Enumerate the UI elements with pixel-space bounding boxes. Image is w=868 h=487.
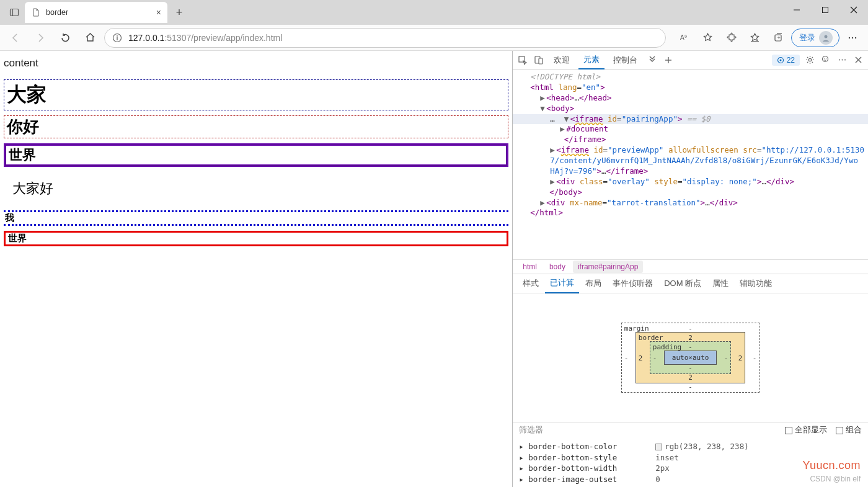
devtools-tab-elements[interactable]: 元素 <box>578 51 604 69</box>
show-all-checkbox[interactable]: 全部显示 <box>785 425 827 436</box>
svg-point-30 <box>841 60 843 61</box>
watermark-author: CSDN @bin elf <box>810 475 861 483</box>
new-tab-button[interactable]: + <box>170 3 188 22</box>
tab-title: border <box>46 8 151 17</box>
svg-rect-3 <box>823 7 828 13</box>
svg-point-16 <box>852 37 853 38</box>
avatar-icon <box>819 31 833 45</box>
page-viewport: content 大家 你好 世界 大家好 我 世界 <box>0 51 512 487</box>
close-icon[interactable]: × <box>156 7 161 17</box>
svg-point-28 <box>825 58 826 58</box>
ptab-a11y[interactable]: 辅助功能 <box>735 274 777 293</box>
demo-box-dashed-red: 你好 <box>4 115 508 138</box>
svg-point-27 <box>823 58 824 58</box>
svg-point-31 <box>844 60 846 61</box>
svg-rect-0 <box>11 9 19 16</box>
feedback-icon[interactable] <box>820 54 832 66</box>
svg-point-29 <box>839 60 840 61</box>
url-text: 127.0.0.1:51307/preview/app/index.html <box>128 33 282 43</box>
settings-icon[interactable] <box>804 54 816 66</box>
svg-point-15 <box>849 37 850 38</box>
file-icon <box>31 7 41 17</box>
demo-box-dashed-blue: 大家 <box>4 79 508 110</box>
demo-box-none: 大家好 <box>4 172 508 205</box>
favorite-icon[interactable] <box>697 27 718 48</box>
svg-point-25 <box>808 58 811 61</box>
group-checkbox[interactable]: 组合 <box>836 425 862 436</box>
svg-point-26 <box>822 56 828 62</box>
device-icon[interactable] <box>533 54 545 66</box>
demo-box-solid-red: 世界 <box>4 231 508 246</box>
filter-input[interactable]: 筛选器 <box>519 425 776 436</box>
reload-button[interactable] <box>55 27 76 48</box>
crumb-html[interactable]: html <box>518 261 542 273</box>
tab-actions-icon[interactable] <box>4 2 25 23</box>
demo-box-solid-purple: 世界 <box>4 143 508 167</box>
inspect-icon[interactable] <box>516 54 529 66</box>
window-close[interactable] <box>839 0 868 20</box>
back-button[interactable] <box>5 27 26 48</box>
browser-toolbar: 127.0.0.1:51307/preview/app/index.html A… <box>0 25 868 51</box>
demo-box-dotted-blue: 我 <box>4 210 508 226</box>
dom-selected-node[interactable]: … ▼<iframe id="pairingApp"> == $0 <box>513 114 868 125</box>
ptab-event[interactable]: 事件侦听器 <box>608 274 658 293</box>
read-aloud-icon[interactable]: A⁹ <box>673 27 694 48</box>
devtools-close-icon[interactable] <box>852 54 864 66</box>
svg-text:+: + <box>777 35 780 41</box>
profile-button[interactable]: 登录 <box>791 29 839 47</box>
browser-titlebar: border × + <box>0 0 868 25</box>
devtools-panel: 欢迎 元素 控制台 22 <!DOCTYPE html> <html lang=… <box>512 51 868 487</box>
crumb-body[interactable]: body <box>544 261 570 273</box>
window-minimize[interactable] <box>782 0 811 20</box>
add-tab-icon[interactable] <box>662 54 675 66</box>
watermark-site: Yuucn.com <box>802 459 861 472</box>
ptab-props[interactable]: 属性 <box>707 274 733 293</box>
svg-point-24 <box>779 59 781 61</box>
forward-button[interactable] <box>30 27 51 48</box>
box-model-content: auto×auto <box>664 351 717 365</box>
window-maximize[interactable] <box>811 0 839 20</box>
devtools-tab-console[interactable]: 控制台 <box>608 51 642 69</box>
computed-prop-row[interactable]: ▸ border-bottom-colorrgb(238, 238, 238) <box>519 441 862 452</box>
svg-point-14 <box>825 35 828 38</box>
collections-icon[interactable]: + <box>768 27 789 48</box>
devtools-tab-welcome[interactable]: 欢迎 <box>549 51 575 69</box>
styles-panel-tabs: 样式 已计算 布局 事件侦听器 DOM 断点 属性 辅助功能 <box>513 274 868 294</box>
ptab-dombp[interactable]: DOM 断点 <box>659 274 706 293</box>
home-button[interactable] <box>79 27 100 48</box>
box-model: margin - - - - border 2 2 2 2 padding - <box>513 294 868 422</box>
favorites-bar-icon[interactable] <box>744 27 765 48</box>
site-info-icon[interactable] <box>112 33 122 43</box>
browser-tab[interactable]: border × <box>25 2 167 23</box>
dom-tree[interactable]: <!DOCTYPE html> <html lang="en"> ▶<head>… <box>513 69 868 259</box>
dom-breadcrumbs[interactable]: html body iframe#pairingApp <box>513 259 868 274</box>
ptab-styles[interactable]: 样式 <box>518 274 544 293</box>
devtools-toolbar: 欢迎 元素 控制台 22 <box>513 51 868 69</box>
computed-filter-row: 筛选器 全部显示 组合 <box>513 422 868 439</box>
content-label: content <box>2 56 510 74</box>
crumb-iframe[interactable]: iframe#pairingApp <box>573 261 643 273</box>
more-tabs-icon[interactable] <box>646 54 658 66</box>
ptab-layout[interactable]: 布局 <box>580 274 606 293</box>
svg-point-7 <box>117 35 118 37</box>
svg-point-17 <box>855 37 856 38</box>
svg-rect-20 <box>539 58 542 64</box>
extensions-icon[interactable] <box>720 27 742 48</box>
svg-text:A⁹: A⁹ <box>680 34 687 41</box>
issues-badge[interactable]: 22 <box>772 55 800 66</box>
menu-button[interactable] <box>842 27 863 48</box>
ptab-computed[interactable]: 已计算 <box>545 274 579 293</box>
login-label: 登录 <box>799 32 815 43</box>
url-bar[interactable]: 127.0.0.1:51307/preview/app/index.html <box>104 28 666 48</box>
overflow-icon[interactable] <box>836 54 848 66</box>
